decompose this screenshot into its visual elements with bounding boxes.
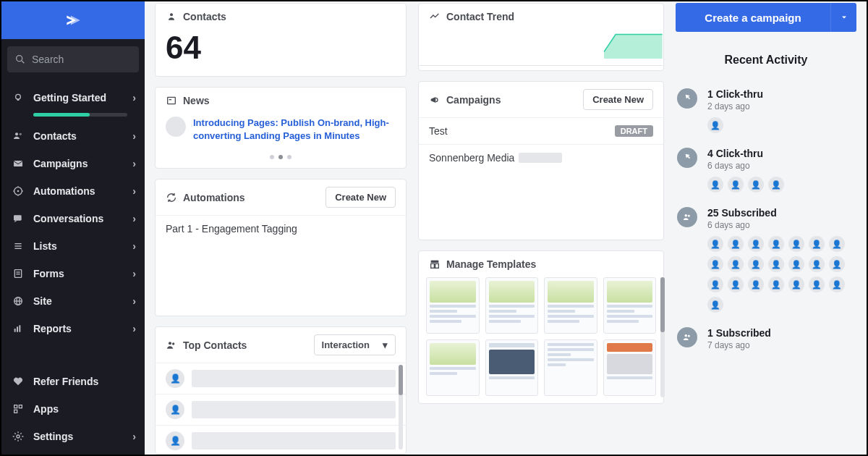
- template-thumb[interactable]: [544, 277, 597, 334]
- chevron-right-icon: ›: [132, 431, 136, 442]
- nav-apps[interactable]: Apps: [1, 395, 145, 423]
- svg-point-2: [16, 94, 21, 99]
- contacts-icon: [10, 130, 26, 142]
- news-pagination[interactable]: [156, 152, 406, 168]
- activity-time: 6 days ago: [707, 161, 855, 171]
- automation-item[interactable]: Part 1 - Engagement Tagging: [156, 215, 406, 242]
- news-icon: [166, 95, 177, 106]
- template-thumb[interactable]: [426, 339, 480, 396]
- automations-title: Automations: [183, 192, 245, 203]
- chevron-right-icon: ›: [132, 240, 136, 252]
- caret-down-icon: [840, 13, 848, 22]
- templates-title: Manage Templates: [446, 258, 536, 270]
- template-thumb[interactable]: [485, 339, 539, 396]
- avatar: 👤: [166, 400, 184, 419]
- nav-automations[interactable]: Automations ›: [1, 177, 145, 205]
- nav-forms[interactable]: Forms ›: [1, 260, 145, 287]
- scrollbar[interactable]: [399, 365, 403, 449]
- trend-icon: [429, 11, 441, 22]
- svg-rect-24: [14, 410, 17, 413]
- top-contact-row[interactable]: 👤: [156, 425, 406, 455]
- template-thumb[interactable]: [603, 277, 657, 334]
- users-icon: [677, 327, 697, 347]
- create-campaign-dropdown[interactable]: [830, 3, 856, 32]
- nav-label: Settings: [33, 431, 132, 442]
- top-contacts-card: Top Contacts Interaction ▾ 👤 👤 👤: [155, 326, 407, 455]
- avatar: 👤: [788, 236, 804, 252]
- nav-contacts[interactable]: Contacts ›: [1, 122, 145, 150]
- campaign-item[interactable]: Sonnenberg Media: [419, 144, 663, 171]
- avatar: 👤: [728, 177, 744, 193]
- forms-icon: [10, 268, 26, 279]
- activity-title: 1 Click-thru: [707, 88, 855, 100]
- chevron-right-icon: ›: [132, 130, 136, 142]
- avatar: 👤: [809, 256, 825, 272]
- activity-item[interactable]: 1 Subscribed 7 days ago: [676, 320, 856, 358]
- search-input[interactable]: Search: [7, 46, 139, 72]
- scrollbar[interactable]: [660, 277, 665, 397]
- campaign-item[interactable]: Test DRAFT: [419, 117, 663, 144]
- nav-settings[interactable]: Settings ›: [1, 423, 145, 450]
- svg-rect-6: [14, 161, 22, 166]
- svg-rect-27: [168, 97, 176, 104]
- activity-item[interactable]: 25 Subscribed 6 days ago 👤👤👤👤👤👤👤👤👤👤👤👤👤👤👤…: [676, 200, 856, 320]
- svg-point-0: [17, 56, 22, 62]
- avatar: 👤: [829, 236, 845, 252]
- click-icon: [677, 88, 697, 109]
- svg-point-4: [15, 132, 18, 135]
- news-headline[interactable]: Introducing Pages: Publish On-brand, Hig…: [193, 117, 396, 142]
- contacts-icon: [166, 339, 177, 351]
- avatar: 👤: [748, 236, 764, 252]
- lists-icon: [10, 240, 26, 252]
- avatar: 👤: [768, 276, 784, 292]
- caret-down-icon: ▾: [383, 339, 388, 350]
- svg-rect-19: [14, 329, 16, 332]
- svg-rect-3: [17, 99, 20, 101]
- create-campaign-button[interactable]: Create New: [583, 89, 653, 110]
- brand-logo-icon: [64, 11, 82, 30]
- activity-item[interactable]: 1 Click-thru 2 days ago 👤: [676, 81, 856, 140]
- activity-title: 1 Subscribed: [707, 327, 855, 339]
- nav-getting-started[interactable]: Getting Started ›: [1, 84, 145, 111]
- top-contact-row[interactable]: 👤: [156, 394, 406, 425]
- template-icon: [429, 258, 441, 270]
- template-thumb[interactable]: [603, 339, 657, 396]
- getting-started-progress: [33, 113, 127, 117]
- chevron-right-icon: ›: [132, 213, 136, 224]
- nav-refer[interactable]: Refer Friends: [1, 368, 145, 395]
- nav-label: Conversations: [33, 213, 132, 224]
- top-contacts-title: Top Contacts: [183, 339, 247, 351]
- nav-label: Site: [33, 295, 132, 307]
- trend-chart: [420, 30, 663, 66]
- template-thumb[interactable]: [426, 277, 480, 334]
- nav-site[interactable]: Site ›: [1, 287, 145, 315]
- logo[interactable]: [1, 1, 145, 39]
- automation-icon: [10, 185, 26, 197]
- nav-lists[interactable]: Lists ›: [1, 232, 145, 260]
- avatar: 👤: [728, 276, 744, 292]
- activity-item[interactable]: 4 Click-thru 6 days ago 👤👤👤👤: [676, 140, 856, 200]
- template-thumb[interactable]: [485, 277, 539, 334]
- avatar: 👤: [707, 236, 723, 252]
- avatar: 👤: [728, 256, 744, 272]
- nav-conversations[interactable]: Conversations ›: [1, 205, 145, 232]
- campaigns-title: Campaigns: [446, 94, 501, 106]
- automations-card: Automations Create New Part 1 - Engageme…: [155, 179, 407, 316]
- activity-title: 4 Click-thru: [707, 148, 855, 159]
- refresh-icon: [166, 192, 177, 203]
- contact-icon: [166, 11, 177, 22]
- top-contacts-sort[interactable]: Interaction ▾: [314, 334, 396, 355]
- svg-point-36: [688, 215, 690, 217]
- nav-campaigns[interactable]: Campaigns ›: [1, 150, 145, 177]
- redacted-name: [192, 432, 396, 449]
- top-contact-row[interactable]: 👤: [156, 363, 406, 394]
- create-automation-button[interactable]: Create New: [326, 187, 396, 208]
- create-campaign-cta[interactable]: Create a campaign: [676, 3, 830, 32]
- svg-point-25: [17, 435, 20, 438]
- template-thumb[interactable]: [544, 339, 597, 396]
- mail-icon: [10, 158, 26, 169]
- contacts-title: Contacts: [183, 11, 226, 22]
- nav-reports[interactable]: Reports ›: [1, 315, 145, 342]
- campaigns-card: Campaigns Create New Test DRAFT Sonnenbe…: [418, 81, 664, 240]
- svg-point-26: [170, 13, 173, 16]
